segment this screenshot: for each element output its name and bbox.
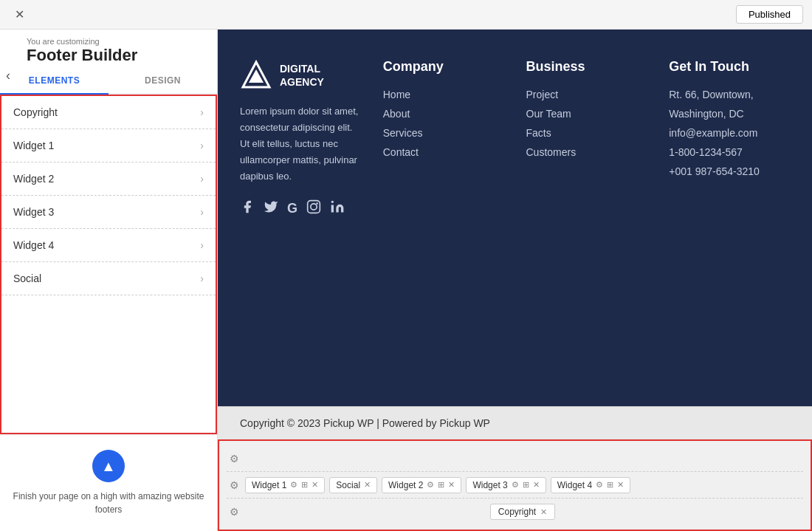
svg-rect-5 bbox=[331, 205, 334, 213]
chevron-icon: › bbox=[200, 173, 204, 185]
list-item: Home bbox=[383, 88, 504, 101]
customizing-label: You are customizing bbox=[27, 37, 137, 46]
chip-widget3-grid-icon[interactable]: ⊞ bbox=[523, 480, 529, 490]
svg-point-6 bbox=[331, 201, 334, 203]
chevron-icon: › bbox=[200, 239, 204, 251]
sidebar: ‹ You are customizing Footer Builder ELE… bbox=[0, 30, 218, 531]
footer-col-logo: DIGITAL AGENCY Lorem ipsum dolor sit ame… bbox=[240, 59, 361, 218]
element-copyright-label: Copyright bbox=[13, 106, 58, 118]
builder-row-3: ⚙ Copyright ✕ bbox=[227, 499, 803, 525]
logo-svg-icon bbox=[240, 59, 272, 92]
footer-copyright-bar: Copyright © 2023 Pickup WP | Powered by … bbox=[218, 406, 812, 439]
chip-widget4-gear-icon[interactable]: ⚙ bbox=[596, 480, 603, 490]
row1-gear-icon[interactable]: ⚙ bbox=[230, 453, 239, 465]
chip-widget1-label: Widget 1 bbox=[252, 480, 286, 490]
linkedin-icon[interactable] bbox=[330, 199, 345, 218]
chip-widget1-grid-icon[interactable]: ⊞ bbox=[301, 480, 308, 490]
copyright-text: Copyright © 2023 Pickup WP | Powered by … bbox=[240, 417, 490, 429]
contact-phone1[interactable]: 1-800-1234-567 bbox=[669, 146, 743, 158]
chip-widget4: Widget 4 ⚙ ⊞ ✕ bbox=[551, 477, 630, 493]
social-icons: G bbox=[240, 199, 361, 218]
element-social[interactable]: Social › bbox=[1, 262, 216, 295]
logo-text: DIGITAL AGENCY bbox=[280, 62, 324, 89]
link-project[interactable]: Project bbox=[526, 89, 559, 100]
close-button[interactable]: ✕ bbox=[9, 4, 30, 25]
sidebar-title: Footer Builder bbox=[27, 46, 137, 65]
element-social-label: Social bbox=[13, 273, 41, 284]
svg-rect-2 bbox=[308, 201, 320, 213]
element-widget2[interactable]: Widget 2 › bbox=[1, 162, 216, 196]
twitter-icon[interactable] bbox=[264, 199, 278, 218]
chip-widget4-grid-icon[interactable]: ⊞ bbox=[607, 480, 613, 490]
company-links: Home About Services Contact bbox=[383, 88, 504, 159]
chip-widget2-gear-icon[interactable]: ⚙ bbox=[427, 480, 434, 490]
sidebar-footer: ▲ Finish your page on a high with amazin… bbox=[0, 434, 217, 531]
list-item: Customers bbox=[526, 145, 647, 159]
chip-widget1-close-icon[interactable]: ✕ bbox=[312, 480, 318, 490]
row2-widgets: Widget 1 ⚙ ⊞ ✕ Social ✕ Widget 2 ⚙ ⊞ ✕ bbox=[245, 477, 800, 493]
link-services[interactable]: Services bbox=[383, 127, 423, 139]
list-item: Washington, DC bbox=[669, 107, 790, 120]
published-button[interactable]: Published bbox=[736, 5, 803, 24]
element-widget4[interactable]: Widget 4 › bbox=[1, 229, 216, 262]
chip-widget1-gear-icon[interactable]: ⚙ bbox=[290, 480, 297, 490]
preview-area: DIGITAL AGENCY Lorem ipsum dolor sit ame… bbox=[218, 30, 812, 531]
link-home[interactable]: Home bbox=[383, 89, 410, 100]
chip-widget2: Widget 2 ⚙ ⊞ ✕ bbox=[382, 477, 461, 493]
chip-widget4-close-icon[interactable]: ✕ bbox=[617, 480, 624, 490]
contact-title: Get In Touch bbox=[669, 59, 790, 75]
facebook-icon[interactable] bbox=[240, 199, 255, 218]
business-links: Project Our Team Facts Customers bbox=[526, 88, 647, 159]
link-facts[interactable]: Facts bbox=[526, 127, 551, 139]
chip-widget3-close-icon[interactable]: ✕ bbox=[533, 480, 540, 490]
chip-widget2-grid-icon[interactable]: ⊞ bbox=[438, 480, 444, 490]
list-item: Project bbox=[526, 88, 647, 101]
company-title: Company bbox=[383, 59, 504, 75]
contact-phone2[interactable]: +001 987-654-3210 bbox=[669, 165, 760, 177]
list-item: 1-800-1234-567 bbox=[669, 145, 790, 159]
footer-col-business: Business Project Our Team Facts Customer… bbox=[526, 59, 647, 218]
link-customers[interactable]: Customers bbox=[526, 146, 577, 158]
builder-row-2: ⚙ Widget 1 ⚙ ⊞ ✕ Social ✕ Widget 2 ⚙ bbox=[227, 472, 803, 499]
link-contact[interactable]: Contact bbox=[383, 146, 419, 158]
chevron-icon: › bbox=[200, 106, 204, 118]
list-item: About bbox=[383, 107, 504, 120]
contact-links: Rt. 66, Downtown, Washington, DC info@ex… bbox=[669, 88, 790, 178]
chip-widget3-gear-icon[interactable]: ⚙ bbox=[512, 480, 519, 490]
sidebar-tabs: ELEMENTS DESIGN bbox=[0, 68, 217, 95]
back-button[interactable]: ‹ bbox=[6, 68, 10, 83]
chip-widget4-label: Widget 4 bbox=[557, 480, 592, 490]
list-item: Facts bbox=[526, 126, 647, 140]
contact-address1: Rt. 66, Downtown, bbox=[669, 89, 753, 100]
sidebar-footer-icon: ▲ bbox=[92, 450, 125, 482]
chip-widget3-label: Widget 3 bbox=[472, 480, 507, 490]
instagram-icon[interactable] bbox=[306, 199, 321, 218]
element-widget1-label: Widget 1 bbox=[13, 140, 54, 151]
element-widget1[interactable]: Widget 1 › bbox=[1, 129, 216, 162]
google-icon[interactable]: G bbox=[287, 201, 297, 216]
chip-copyright-label: Copyright bbox=[498, 507, 536, 517]
chip-copyright-close-icon[interactable]: ✕ bbox=[540, 507, 547, 517]
chip-social-close-icon[interactable]: ✕ bbox=[364, 480, 371, 490]
row2-gear-icon[interactable]: ⚙ bbox=[230, 479, 239, 491]
row3-gear-icon[interactable]: ⚙ bbox=[230, 506, 239, 518]
footer-col-contact: Get In Touch Rt. 66, Downtown, Washingto… bbox=[669, 59, 790, 218]
chip-social-label: Social bbox=[336, 480, 360, 490]
link-ourteam[interactable]: Our Team bbox=[526, 108, 571, 120]
main-area: ‹ You are customizing Footer Builder ELE… bbox=[0, 30, 812, 531]
tab-elements[interactable]: ELEMENTS bbox=[0, 68, 109, 95]
chip-copyright: Copyright ✕ bbox=[490, 504, 555, 520]
element-widget4-label: Widget 4 bbox=[13, 239, 54, 251]
contact-address2: Washington, DC bbox=[669, 108, 743, 120]
contact-email[interactable]: info@example.com bbox=[669, 127, 757, 139]
row3-widgets: Copyright ✕ bbox=[245, 504, 800, 520]
element-copyright[interactable]: Copyright › bbox=[1, 96, 216, 129]
list-item: Rt. 66, Downtown, bbox=[669, 88, 790, 101]
chip-widget2-close-icon[interactable]: ✕ bbox=[448, 480, 455, 490]
sidebar-header-row: ‹ You are customizing Footer Builder bbox=[0, 30, 217, 68]
tab-design[interactable]: DESIGN bbox=[109, 68, 217, 93]
element-widget3[interactable]: Widget 3 › bbox=[1, 196, 216, 229]
link-about[interactable]: About bbox=[383, 108, 410, 120]
chip-widget3: Widget 3 ⚙ ⊞ ✕ bbox=[466, 477, 546, 493]
list-item: info@example.com bbox=[669, 126, 790, 140]
